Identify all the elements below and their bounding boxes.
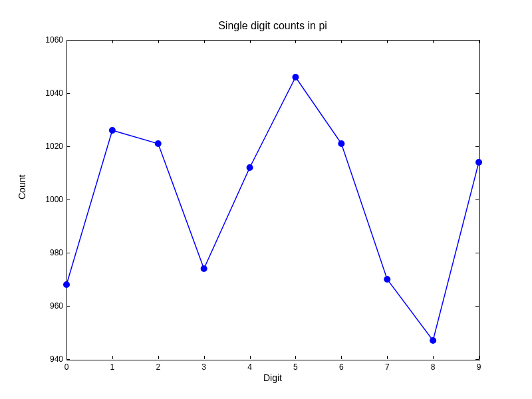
y-axis-label: Count (17, 175, 27, 200)
line-plot (66, 40, 479, 359)
tick-mark (158, 356, 159, 359)
tick-mark (66, 200, 70, 200)
y-tick-label: 1000 (45, 195, 63, 204)
tick-mark (479, 40, 479, 43)
x-tick-label: 9 (477, 362, 481, 372)
tick-mark (66, 40, 67, 43)
tick-mark (204, 356, 205, 359)
x-tick-label: 4 (247, 362, 252, 372)
tick-mark (433, 356, 434, 359)
data-point-marker (338, 140, 344, 147)
tick-mark (66, 359, 70, 360)
chart-container (66, 40, 479, 359)
x-tick-label: 3 (201, 362, 206, 372)
data-point-marker (292, 74, 299, 80)
tick-mark (387, 356, 388, 359)
tick-mark (341, 356, 342, 359)
data-point-marker (475, 159, 482, 166)
x-tick-label: 1 (110, 362, 115, 372)
tick-mark (66, 306, 70, 307)
tick-mark (158, 40, 159, 43)
x-tick-label: 8 (431, 362, 436, 372)
y-tick-label: 940 (50, 354, 63, 364)
data-point-marker (384, 276, 390, 283)
x-tick-label: 7 (385, 362, 390, 372)
tick-mark (295, 356, 296, 359)
tick-mark (341, 40, 342, 43)
tick-mark (66, 146, 70, 147)
tick-mark (66, 356, 67, 359)
y-tick-label: 960 (50, 301, 63, 311)
tick-mark (387, 40, 388, 43)
tick-mark (66, 93, 70, 94)
tick-mark (479, 356, 479, 359)
tick-mark (250, 40, 251, 43)
x-tick-label: 2 (156, 362, 160, 372)
tick-mark (66, 253, 70, 253)
tick-mark (475, 93, 479, 94)
data-point-marker (63, 281, 70, 288)
tick-mark (433, 40, 434, 43)
y-tick-label: 980 (50, 248, 63, 257)
x-axis-label: Digit (66, 372, 479, 383)
tick-mark (475, 253, 479, 253)
tick-mark (475, 359, 479, 360)
tick-mark (475, 306, 479, 307)
x-tick-label: 6 (339, 362, 344, 372)
data-point-marker (201, 265, 207, 272)
line-series (66, 77, 479, 340)
tick-mark (204, 40, 205, 43)
tick-mark (250, 356, 251, 359)
tick-mark (112, 356, 113, 359)
x-tick-label: 5 (293, 362, 298, 372)
y-tick-label: 1040 (45, 88, 63, 98)
data-point-marker (430, 337, 436, 344)
tick-mark (295, 40, 296, 43)
data-point-marker (247, 164, 253, 171)
data-point-marker (109, 127, 116, 134)
data-point-marker (155, 140, 162, 147)
chart-title: Single digit counts in pi (66, 20, 479, 32)
tick-mark (112, 40, 113, 43)
y-tick-label: 1020 (45, 142, 63, 151)
x-tick-label: 0 (65, 362, 69, 372)
y-tick-label: 1060 (45, 35, 63, 45)
tick-mark (475, 200, 479, 200)
tick-mark (475, 146, 479, 147)
